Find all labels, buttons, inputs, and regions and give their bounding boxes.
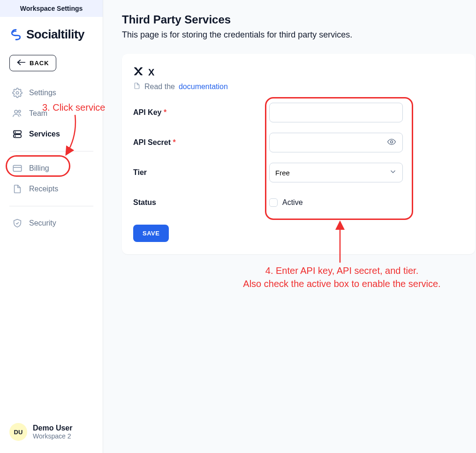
page-subtitle: This page is for storing the credentials… <box>122 30 476 40</box>
user-workspace: Workspace 2 <box>33 432 72 440</box>
api-secret-label: API Secret * <box>133 138 269 147</box>
sidebar-item-label: Security <box>29 219 56 227</box>
sidebar-item-billing[interactable]: Billing <box>7 158 96 179</box>
server-icon <box>12 129 23 139</box>
sidebar-item-settings[interactable]: Settings <box>7 83 96 103</box>
nav: Settings Team Services Billing <box>0 83 103 234</box>
tier-label: Tier <box>133 168 269 177</box>
shield-icon <box>12 218 23 228</box>
workspace-settings-tab[interactable]: Workspace Settings <box>0 0 103 17</box>
eye-icon <box>387 141 396 148</box>
api-key-input[interactable] <box>269 103 403 122</box>
brand-name: Socialtility <box>26 27 84 42</box>
svg-point-5 <box>15 132 15 132</box>
user-name: Demo User <box>33 424 72 432</box>
active-checkbox[interactable] <box>269 198 278 207</box>
file-icon <box>12 184 23 194</box>
documentation-link[interactable]: documentation <box>179 83 228 91</box>
file-icon <box>133 82 141 91</box>
sidebar-item-label: Receipts <box>29 185 58 193</box>
active-checkbox-label: Active <box>282 198 303 207</box>
toggle-visibility-button[interactable] <box>385 136 398 150</box>
sidebar-item-label: Billing <box>29 164 49 173</box>
arrow-left-icon <box>16 59 26 67</box>
avatar: DU <box>9 423 27 441</box>
sidebar-item-security[interactable]: Security <box>7 213 96 234</box>
brand: Socialtility <box>0 17 103 55</box>
svg-point-1 <box>15 110 17 113</box>
doc-prefix: Read the <box>144 83 175 91</box>
x-logo-icon <box>133 66 144 78</box>
api-key-label: API Key * <box>133 108 269 117</box>
sidebar-item-receipts[interactable]: Receipts <box>7 179 96 199</box>
api-secret-input[interactable] <box>269 133 403 152</box>
svg-point-0 <box>16 91 19 94</box>
save-button[interactable]: SAVE <box>133 225 169 242</box>
gear-icon <box>12 88 23 98</box>
svg-rect-7 <box>13 166 21 172</box>
sidebar-item-label: Settings <box>29 89 56 97</box>
users-icon <box>12 108 23 119</box>
main: Third Party Services This page is for st… <box>103 0 476 453</box>
status-label: Status <box>133 198 269 207</box>
tier-select[interactable]: Free <box>269 163 403 182</box>
credit-card-icon <box>12 163 23 174</box>
svg-point-6 <box>15 136 15 136</box>
service-name: X <box>148 67 154 78</box>
back-button[interactable]: BACK <box>9 55 56 71</box>
sidebar-item-label: Team <box>29 109 47 118</box>
nav-divider <box>9 206 93 206</box>
doc-row: Read the documentation <box>133 82 464 91</box>
svg-point-8 <box>391 141 393 143</box>
sidebar: Workspace Settings Socialtility BACK Se <box>0 0 103 453</box>
sidebar-item-services[interactable]: Services <box>7 124 96 144</box>
service-card: X Read the documentation API Key * <box>122 54 475 254</box>
svg-point-2 <box>18 110 21 113</box>
brand-logo-icon <box>9 28 23 41</box>
sidebar-item-team[interactable]: Team <box>7 103 96 124</box>
sidebar-item-label: Services <box>29 130 60 138</box>
nav-divider <box>9 151 93 151</box>
user-block[interactable]: DU Demo User Workspace 2 <box>0 415 103 453</box>
user-meta: Demo User Workspace 2 <box>33 424 72 440</box>
page-title: Third Party Services <box>122 13 476 26</box>
back-label: BACK <box>30 60 49 67</box>
